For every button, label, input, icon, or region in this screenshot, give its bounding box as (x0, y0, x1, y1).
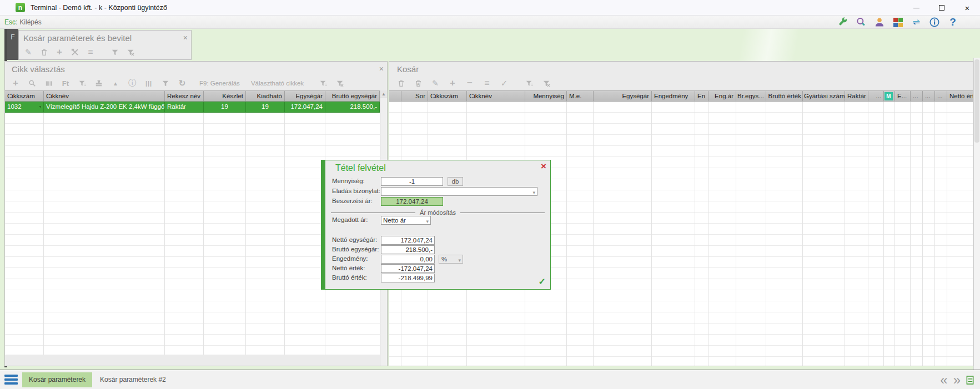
column-header[interactable]: Raktár (845, 91, 868, 101)
add-icon[interactable]: + (448, 79, 458, 88)
netto-egysegar-input[interactable]: 172.047,24 (381, 236, 435, 245)
column-header[interactable]: En (695, 91, 708, 101)
filter-off-icon[interactable] (125, 48, 135, 57)
columns-icon[interactable]: ||| (144, 79, 154, 88)
column-header[interactable]: Kiadható (246, 91, 285, 101)
delete-all-icon[interactable]: A (413, 79, 423, 88)
column-header[interactable]: Engedmény (652, 91, 695, 101)
minimize-button[interactable] (903, 0, 929, 16)
add-icon[interactable]: + (54, 48, 64, 57)
refresh-icon[interactable]: ↻ (177, 79, 187, 88)
list-icon[interactable]: ≡ (482, 79, 492, 88)
column-header[interactable]: Br.egys... (736, 91, 766, 101)
brutto-egysegar-input[interactable]: 218.500,- (381, 245, 435, 254)
wrench-icon[interactable] (837, 16, 849, 28)
currency-ft-icon[interactable]: Ft (61, 79, 71, 88)
eladas-dropdown[interactable]: ▾ (381, 187, 537, 196)
netto-ertek-input[interactable]: -172.047,24 (381, 264, 435, 273)
column-header[interactable]: Cikknév (44, 91, 165, 101)
column-header[interactable]: Gyártási szám (803, 91, 845, 101)
column-header[interactable]: Bruttó érték (766, 91, 803, 101)
info-icon[interactable]: ⓘ (127, 79, 137, 88)
stamp-icon[interactable] (94, 79, 104, 88)
add-icon[interactable]: + (11, 79, 21, 88)
svg-text:A: A (417, 82, 420, 86)
engedmeny-input[interactable]: 0,00 (381, 255, 435, 264)
barcode-icon[interactable] (44, 79, 54, 88)
field-row-beszerzesi: Beszerzési ár: 172.047,24 (325, 197, 550, 206)
column-header[interactable]: M.e. (567, 91, 594, 101)
dialog-close-icon[interactable]: × (541, 161, 546, 171)
column-header[interactable]: Eng.ár (708, 91, 736, 101)
kosar-toolbar: A ✎ + − ≡ ✓ (389, 76, 973, 90)
cikk-panel-close-icon[interactable]: × (379, 65, 384, 73)
column-header[interactable]: ... (923, 91, 935, 101)
document-icon[interactable] (966, 375, 974, 385)
user-icon[interactable] (873, 16, 886, 28)
column-header[interactable]: Cikkszám (428, 91, 467, 101)
info-icon[interactable] (928, 16, 941, 28)
table-row-selected[interactable]: 1032 Vízmelegítő Hajdu Z-200 EK 2,4kW fü… (5, 102, 380, 113)
close-button[interactable]: × (954, 0, 980, 16)
kosar-grid-header: Sor Cikkszám Cikknév Mennyiség M.e. Egys… (389, 90, 973, 102)
edit-icon[interactable]: ✎ (23, 48, 33, 57)
help-icon[interactable]: ? (947, 16, 959, 28)
confirm-icon[interactable]: ✓ (499, 79, 509, 88)
apps-grid-icon[interactable] (892, 16, 904, 28)
mennyiseg-input[interactable]: -1 (381, 177, 443, 186)
params-panel-close-icon[interactable]: × (183, 34, 188, 42)
collapsed-panel-tab[interactable]: F (7, 29, 18, 60)
column-header[interactable]: E... (895, 91, 911, 101)
megadott-dropdown[interactable]: Netto ár ▾ (381, 216, 431, 225)
filter-off-icon[interactable] (335, 79, 345, 88)
column-header[interactable]: Egységár (594, 91, 652, 101)
brutto-ertek-input[interactable]: -218.499,99 (381, 274, 435, 282)
edit-icon[interactable]: ✎ (430, 79, 440, 88)
delete-icon[interactable] (396, 79, 406, 88)
generate-label[interactable]: F9: Generálás (199, 80, 240, 87)
tab-kosar-parameterek-2[interactable]: Kosár paraméterek #2 (93, 372, 173, 387)
transfer-icon[interactable] (910, 16, 922, 28)
column-header[interactable]: Bruttó egységár (325, 91, 380, 101)
window-scrollbar[interactable] (973, 58, 980, 389)
column-header[interactable]: Cikkszám (5, 91, 44, 101)
column-header[interactable]: Egységár (285, 91, 325, 101)
filter-icon[interactable] (524, 79, 534, 88)
filter-off-icon[interactable] (541, 79, 551, 88)
column-header[interactable]: ... (868, 91, 884, 101)
column-header[interactable]: Nettó ért (947, 91, 973, 101)
engedmeny-unit-dropdown[interactable]: % ▾ (439, 255, 463, 264)
column-header[interactable]: Mennyiség (525, 91, 567, 101)
nav-next-icon[interactable]: » (953, 373, 961, 387)
delete-icon[interactable] (39, 48, 49, 57)
window-title: Terminal - Demó kft. - k - Központi ügyi… (31, 4, 167, 12)
search-icon[interactable] (855, 16, 867, 28)
menu-icon[interactable] (4, 375, 18, 385)
scroll-up-icon[interactable]: ▲ (380, 90, 387, 98)
kosar-panel-title: Kosár (397, 64, 419, 74)
column-header-m[interactable]: M (884, 91, 895, 101)
tab-kosar-parameterek[interactable]: Kosár paraméterek (22, 372, 92, 387)
esc-action-exit[interactable]: Kilépés (19, 18, 41, 26)
cell-cikknev: Vízmelegítő Hajdu Z-200 EK 2,4kW függőle (44, 102, 165, 112)
column-header[interactable]: ... (935, 91, 947, 101)
remove-icon[interactable]: − (465, 79, 475, 88)
filter-icon[interactable] (318, 79, 328, 88)
sort-up-icon[interactable]: ▲ (110, 79, 120, 88)
column-header[interactable]: Rekesz név (165, 91, 204, 101)
column-header[interactable]: Készlet (204, 91, 246, 101)
tools-icon[interactable] (70, 48, 80, 57)
filter-icon[interactable] (110, 48, 120, 57)
column-header[interactable]: Sor (401, 91, 428, 101)
column-header[interactable]: ... (911, 91, 923, 101)
nav-prev-icon[interactable]: « (940, 373, 947, 387)
filter-small-icon[interactable] (77, 79, 87, 88)
search-icon[interactable] (27, 79, 37, 88)
dialog-confirm-icon[interactable]: ✓ (539, 276, 546, 287)
scrollbar-thumb[interactable] (974, 59, 979, 143)
maximize-button[interactable] (929, 0, 954, 16)
list-icon[interactable]: ≡ (86, 48, 96, 57)
column-header[interactable]: Cikknév (467, 91, 525, 101)
filter-icon[interactable] (160, 79, 170, 88)
selectable-items-label[interactable]: Választható cikkek (251, 80, 304, 87)
